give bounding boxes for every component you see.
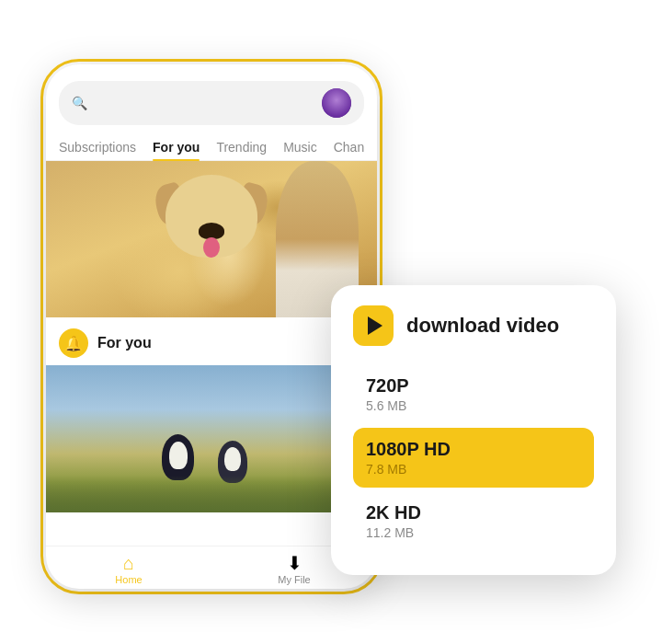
search-bar[interactable]: 🔍: [59, 81, 364, 125]
quality-label-720p: 720P: [366, 375, 581, 397]
home-label: Home: [115, 574, 142, 585]
phone-frame: 🔍 Subscriptions For you Trending Music C…: [46, 64, 377, 589]
tab-music[interactable]: Music: [283, 134, 317, 160]
search-icon: 🔍: [72, 96, 87, 110]
quality-option-2k[interactable]: 2K HD 11.2 MB: [353, 491, 594, 551]
avatar[interactable]: [322, 88, 351, 118]
quality-label-1080p: 1080P HD: [366, 439, 581, 460]
penguin-belly-1: [169, 442, 188, 469]
grass-decoration: [46, 476, 377, 512]
bottom-nav-home[interactable]: ⌂ Home: [46, 554, 211, 585]
section-icon: 🔔: [59, 328, 88, 358]
dog-head: [166, 175, 257, 258]
section-header: 🔔 For you ⬇: [46, 317, 377, 365]
bottom-nav: ⌂ Home ⬇ My File: [46, 546, 377, 589]
scene: 🔍 Subscriptions For you Trending Music C…: [46, 37, 616, 607]
tab-trending[interactable]: Trending: [216, 134, 267, 160]
tab-chan[interactable]: Chan: [334, 134, 364, 160]
quality-size-2k: 11.2 MB: [366, 525, 581, 540]
quality-option-1080p[interactable]: 1080P HD 7.8 MB: [353, 428, 594, 488]
download-card: download video 720P 5.6 MB 1080P HD 7.8 …: [331, 285, 616, 575]
quality-option-720p[interactable]: 720P 5.6 MB: [353, 364, 594, 424]
download-card-header: download video: [353, 305, 594, 346]
tab-subscriptions[interactable]: Subscriptions: [59, 134, 136, 160]
play-icon: [368, 316, 382, 335]
dog-tongue: [203, 237, 220, 258]
play-icon-box: [353, 305, 394, 346]
penguin-body-1: [162, 434, 194, 480]
quality-size-720p: 5.6 MB: [366, 398, 581, 413]
avatar-image: [322, 88, 351, 118]
nav-tabs: Subscriptions For you Trending Music Cha…: [46, 134, 377, 161]
search-input[interactable]: [95, 96, 314, 110]
myfile-label: My File: [278, 574, 310, 585]
quality-size-1080p: 7.8 MB: [366, 462, 581, 477]
penguin-belly-2: [224, 447, 241, 471]
hero-video-thumbnail[interactable]: [46, 161, 377, 317]
home-icon: ⌂: [123, 554, 134, 572]
second-video-thumbnail[interactable]: [46, 365, 377, 512]
download-card-title: download video: [406, 314, 559, 338]
dog-illustration: [152, 170, 271, 308]
quality-label-2k: 2K HD: [366, 502, 581, 523]
myfile-icon: ⬇: [287, 554, 302, 572]
section-title: For you: [97, 335, 341, 351]
tab-for-you[interactable]: For you: [153, 134, 200, 160]
